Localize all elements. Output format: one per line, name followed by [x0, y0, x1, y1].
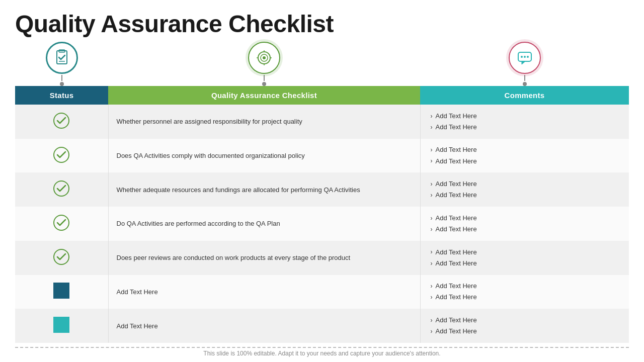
arrow-icon: › — [431, 247, 433, 257]
header-status: Status — [15, 86, 108, 105]
comment-item: ›Add Text Here — [431, 178, 619, 190]
comment-item: ›Add Text Here — [431, 224, 619, 235]
svg-point-18 — [54, 249, 69, 264]
comments-cell: ›Add Text Here›Add Text Here — [420, 105, 629, 139]
table-row: Do QA Activities are performed according… — [15, 207, 629, 241]
chat-bubble-icon — [515, 48, 534, 67]
svg-point-17 — [54, 215, 69, 230]
check-circle-icon — [52, 214, 70, 232]
comment-text: Add Text Here — [436, 122, 477, 133]
square-blue-icon — [53, 283, 69, 299]
status-icon-pin — [61, 75, 62, 81]
square-teal-icon — [53, 317, 69, 333]
comment-text: Add Text Here — [436, 281, 477, 292]
comment-item: ›Add Text Here — [431, 281, 619, 292]
comments-cell: ›Add Text Here›Add Text Here — [420, 139, 629, 173]
status-icon-circle — [46, 42, 78, 74]
comment-text: Add Text Here — [436, 190, 477, 201]
checklist-table: Status Quality Assurance Checklist Comme… — [15, 86, 629, 343]
svg-point-16 — [54, 181, 69, 196]
comment-item: ›Add Text Here — [431, 156, 619, 167]
checklist-icon-circle — [248, 42, 280, 74]
arrow-icon: › — [431, 156, 433, 166]
comment-item: ›Add Text Here — [431, 326, 619, 337]
svg-point-13 — [527, 56, 529, 58]
table-row: Add Text Here›Add Text Here›Add Text Her… — [15, 275, 629, 309]
comment-text: Add Text Here — [436, 247, 477, 258]
table-row: Does peer reviews are conducted on work … — [15, 241, 629, 275]
comments-cell: ›Add Text Here›Add Text Here — [420, 241, 629, 275]
comment-text: Add Text Here — [436, 315, 477, 326]
table-row: Add Text Here›Add Text Here›Add Text Her… — [15, 309, 629, 343]
footer-divider — [15, 347, 629, 348]
header-checklist: Quality Assurance Checklist — [108, 86, 420, 105]
arrow-icon: › — [431, 258, 433, 268]
arrow-icon: › — [431, 179, 433, 189]
check-circle-icon — [52, 112, 70, 130]
svg-point-14 — [54, 113, 69, 128]
comment-text: Add Text Here — [436, 292, 477, 303]
comment-item: ›Add Text Here — [431, 144, 619, 155]
checklist-cell: Whether personnel are assigned responsib… — [108, 105, 420, 139]
status-cell — [15, 172, 108, 207]
svg-point-11 — [521, 56, 523, 58]
comment-item: ›Add Text Here — [431, 292, 619, 303]
arrow-icon: › — [431, 122, 433, 132]
comment-text: Add Text Here — [436, 258, 477, 269]
arrow-icon: › — [431, 145, 433, 155]
page-title: Quality Assurance Checklist — [15, 10, 629, 38]
footer-text: This slide is 100% editable. Adapt it to… — [15, 350, 629, 357]
comment-text: Add Text Here — [436, 156, 477, 167]
header-comments: Comments — [420, 86, 629, 105]
comment-item: ›Add Text Here — [431, 213, 619, 224]
comment-text: Add Text Here — [436, 213, 477, 224]
arrow-icon: › — [431, 315, 433, 325]
comment-text: Add Text Here — [436, 178, 477, 190]
comment-item: ›Add Text Here — [431, 111, 619, 122]
checklist-cell: Add Text Here — [108, 275, 420, 309]
status-cell — [15, 309, 108, 343]
arrow-icon: › — [431, 292, 433, 302]
clipboard-check-icon — [52, 48, 71, 67]
arrow-icon: › — [431, 326, 433, 336]
checklist-cell: Does peer reviews are conducted on work … — [108, 241, 420, 275]
status-cell — [15, 105, 108, 139]
comments-cell: ›Add Text Here›Add Text Here — [420, 275, 629, 309]
comment-item: ›Add Text Here — [431, 190, 619, 201]
checklist-cell: Whether adequate resources and fundings … — [108, 172, 420, 207]
comment-item: ›Add Text Here — [431, 315, 619, 326]
comment-text: Add Text Here — [436, 326, 477, 337]
comments-icon-dot — [523, 82, 527, 86]
comment-item: ›Add Text Here — [431, 258, 619, 269]
comment-item: ›Add Text Here — [431, 247, 619, 258]
checklist-icon-pin — [264, 75, 265, 81]
check-circle-icon — [52, 146, 70, 164]
comments-icon-circle — [509, 42, 541, 74]
comments-cell: ›Add Text Here›Add Text Here — [420, 309, 629, 343]
check-circle-icon — [52, 248, 70, 266]
checklist-cell: Add Text Here — [108, 309, 420, 343]
comments-icon-cell — [420, 42, 629, 86]
comments-cell: ›Add Text Here›Add Text Here — [420, 207, 629, 241]
checklist-cell: Do QA Activities are performed according… — [108, 207, 420, 241]
status-cell — [15, 241, 108, 275]
checklist-icon-dot — [262, 82, 266, 86]
status-cell — [15, 207, 108, 241]
status-cell — [15, 275, 108, 309]
arrow-icon: › — [431, 281, 433, 291]
table-row: Does QA Activities comply with documente… — [15, 139, 629, 173]
table-row: Whether personnel are assigned responsib… — [15, 105, 629, 139]
arrow-icon: › — [431, 190, 433, 200]
svg-point-5 — [263, 56, 266, 59]
status-icon-cell — [15, 42, 108, 86]
status-icon-dot — [60, 82, 64, 86]
comments-cell: ›Add Text Here›Add Text Here — [420, 172, 629, 207]
arrow-icon: › — [431, 224, 433, 234]
svg-point-12 — [524, 56, 526, 58]
comment-item: ›Add Text Here — [431, 122, 619, 133]
search-target-icon — [255, 48, 274, 67]
table-row: Whether adequate resources and fundings … — [15, 172, 629, 207]
arrow-icon: › — [431, 111, 433, 121]
arrow-icon: › — [431, 213, 433, 223]
svg-point-15 — [54, 147, 69, 162]
